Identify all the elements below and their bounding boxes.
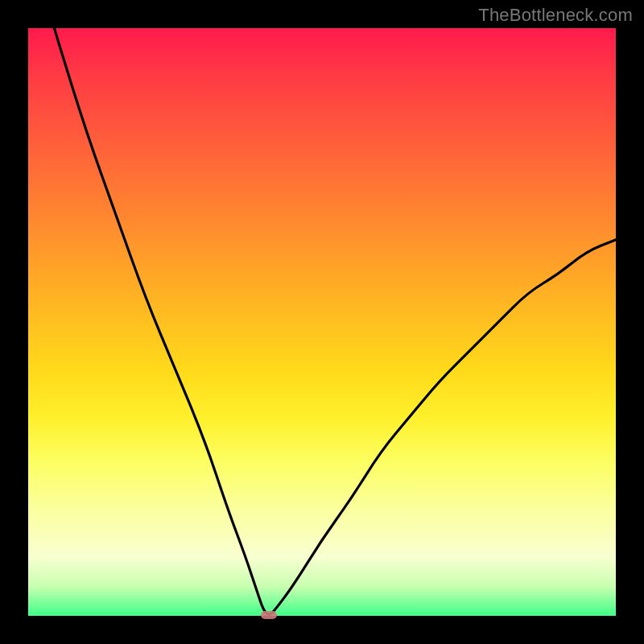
bottleneck-curve xyxy=(28,28,616,616)
chart-frame: TheBottleneck.com xyxy=(0,0,644,644)
plot-area xyxy=(28,28,616,616)
watermark-text: TheBottleneck.com xyxy=(478,5,633,26)
min-marker xyxy=(261,611,277,619)
